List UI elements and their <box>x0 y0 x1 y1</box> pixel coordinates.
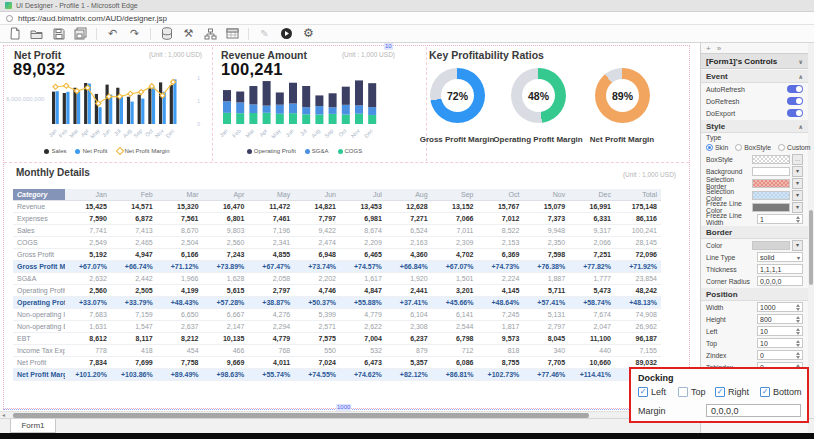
dock-checkbox-left[interactable]: ✓Left <box>638 387 666 397</box>
dock-checkbox-right[interactable]: ✓Right <box>715 387 749 397</box>
margin-input[interactable]: 0,0,0,0 <box>706 404 801 417</box>
dropdown-arrow-icon[interactable]: ▾ <box>792 178 803 189</box>
horizontal-scrollbar[interactable]: ◄ <box>0 411 700 418</box>
spinner-arrows-icon[interactable] <box>796 340 800 347</box>
column-header[interactable]: Aug <box>386 189 432 201</box>
table-row[interactable]: Non-operating Expense1,6311,5472,6372,14… <box>13 321 661 333</box>
spinner-field[interactable]: 800 <box>757 314 803 324</box>
table-row[interactable]: Sales7,7417,4138,6709,8037,1969,4228,674… <box>13 225 661 237</box>
column-header[interactable]: Jul <box>340 189 386 201</box>
table-row[interactable]: Expenses7,5906,8727,5616,8017,4617,7976,… <box>13 213 661 225</box>
spinner-arrows-icon[interactable] <box>796 216 800 223</box>
radio-custom[interactable]: Custom <box>778 144 810 151</box>
tools-icon[interactable]: ⚒ <box>182 27 195 40</box>
column-header[interactable]: Apr <box>203 189 249 201</box>
column-header[interactable]: Total <box>615 189 661 201</box>
checkbox-icon[interactable] <box>678 387 688 397</box>
open-folder-icon[interactable] <box>30 27 43 40</box>
settings-icon[interactable]: ⚙ <box>302 27 315 40</box>
form-tab[interactable]: Form1 <box>10 419 56 433</box>
column-header[interactable]: May <box>248 189 294 201</box>
checker-swatch[interactable] <box>752 155 790 164</box>
table-row[interactable]: Operating Profit Margin+33.07%+33.79%+48… <box>13 297 661 309</box>
spinner-field[interactable]: 0 <box>757 350 803 360</box>
checkbox-icon[interactable]: ✓ <box>760 387 770 397</box>
radio-boxstyle[interactable]: BoxStyle <box>735 144 771 151</box>
spinner-arrows-icon[interactable] <box>796 316 800 323</box>
table-row[interactable]: Gross Profit Margin+67.07%+66.74%+71.12%… <box>13 261 661 273</box>
section-border[interactable]: Border <box>701 226 808 239</box>
save-icon[interactable] <box>52 27 65 40</box>
dock-checkbox-top[interactable]: Top <box>678 387 706 397</box>
dropdown-arrow-icon[interactable]: ▾ <box>792 190 803 201</box>
spinner-field[interactable]: 1 <box>757 214 803 224</box>
url-text[interactable]: https://aud.bimatrix.com/AUD/designer.js… <box>18 14 167 23</box>
column-header[interactable]: Oct <box>478 189 524 201</box>
add-icon[interactable]: + <box>706 44 711 53</box>
table-row[interactable]: Income Tax Expense7784184544667685505328… <box>13 345 661 357</box>
column-header[interactable]: Feb <box>111 189 157 201</box>
data-source-icon[interactable] <box>160 27 173 40</box>
new-file-icon[interactable] <box>8 27 21 40</box>
controls-header[interactable]: [Form1]'s Controls ∨ <box>701 53 808 69</box>
checkbox-icon[interactable]: ✓ <box>638 387 648 397</box>
edit-icon[interactable]: ✎ <box>258 27 271 40</box>
hierarchy-icon[interactable] <box>204 27 217 40</box>
section-position[interactable]: Position <box>701 288 808 301</box>
toggle-switch[interactable] <box>787 109 803 117</box>
table-row[interactable]: Non-operating Income7,6837,1596,6506,667… <box>13 309 661 321</box>
spinner-field[interactable]: 10 <box>757 326 803 336</box>
toggle-switch[interactable] <box>787 85 803 93</box>
column-header[interactable]: Jun <box>294 189 340 201</box>
section-style[interactable]: Style ∧ <box>701 120 808 133</box>
design-canvas[interactable]: 10 Net Profit (Unit : 1,000 USD) 89,032 … <box>0 43 700 411</box>
column-header[interactable]: Dec <box>569 189 615 201</box>
column-header[interactable]: Jan <box>65 189 111 201</box>
expand-icon[interactable]: » <box>717 44 721 53</box>
grid-icon[interactable] <box>226 27 239 40</box>
blue-swatch[interactable] <box>752 191 790 200</box>
checkbox-icon[interactable]: ✓ <box>715 387 725 397</box>
table-row[interactable]: Gross Profit5,1924,9476,1667,2434,8556,9… <box>13 249 661 261</box>
toggle-switch[interactable] <box>787 97 803 105</box>
lightgray-swatch[interactable] <box>752 241 790 250</box>
table-row[interactable]: SG&A2,6322,4421,9661,6282,0582,2021,6171… <box>13 273 661 285</box>
address-bar[interactable]: https://aud.bimatrix.com/AUD/designer.js… <box>0 12 814 25</box>
dropdown-arrow-icon[interactable]: ▾ <box>792 166 803 177</box>
more-button[interactable]: … <box>792 154 803 165</box>
spinner-arrows-icon[interactable] <box>796 304 800 311</box>
spinner-field[interactable]: 10 <box>757 338 803 348</box>
spinner-field[interactable]: 1000 <box>757 302 803 312</box>
select-field[interactable]: solid▾ <box>757 252 803 262</box>
scrollbar-thumb[interactable] <box>809 210 813 285</box>
spinner-arrows-icon[interactable] <box>796 352 800 359</box>
section-event[interactable]: Event ∧ <box>701 70 808 83</box>
run-icon[interactable] <box>280 27 293 40</box>
column-header[interactable]: Nov <box>523 189 569 201</box>
red-swatch[interactable] <box>752 179 790 188</box>
table-row[interactable]: Net Profit Margin+101.20%+103.86%+89.49%… <box>13 369 661 381</box>
table-row[interactable]: COGS2,5492,4652,5042,5602,3412,4742,2092… <box>13 237 661 249</box>
table-row[interactable]: Revenue15,42514,57115,32016,47011,47214,… <box>13 201 661 213</box>
text-input[interactable]: 0,0,0,0 <box>757 276 803 286</box>
redo-icon[interactable]: ↷ <box>128 27 141 40</box>
monthly-table[interactable]: CategoryJanFebMarAprMayJunJulAugSepOctNo… <box>13 189 661 381</box>
table-row[interactable]: Operating Profit2,5602,5054,1995,6152,79… <box>13 285 661 297</box>
radio-icon[interactable] <box>778 144 785 151</box>
table-row[interactable]: EBT8,6128,1178,21210,1354,7797,5757,0046… <box>13 333 661 345</box>
radio-skin[interactable]: Skin <box>706 144 728 151</box>
radio-icon[interactable] <box>706 144 713 151</box>
column-header[interactable]: Category <box>13 189 65 201</box>
radio-icon[interactable] <box>735 144 742 151</box>
text-input[interactable]: 1,1,1,1 <box>757 264 803 274</box>
save-all-icon[interactable] <box>74 27 87 40</box>
dropdown-arrow-icon[interactable]: ▾ <box>792 240 803 251</box>
dock-checkbox-bottom[interactable]: ✓Bottom <box>760 387 802 397</box>
dropdown-arrow-icon[interactable]: ▾ <box>792 202 803 213</box>
spinner-arrows-icon[interactable] <box>796 328 800 335</box>
undo-icon[interactable]: ↶ <box>106 27 119 40</box>
table-row[interactable]: Net Profit7,8347,6997,7589,6694,0117,024… <box>13 357 661 369</box>
column-header[interactable]: Sep <box>432 189 478 201</box>
white-swatch[interactable] <box>752 167 790 176</box>
gray-swatch[interactable] <box>752 203 790 212</box>
